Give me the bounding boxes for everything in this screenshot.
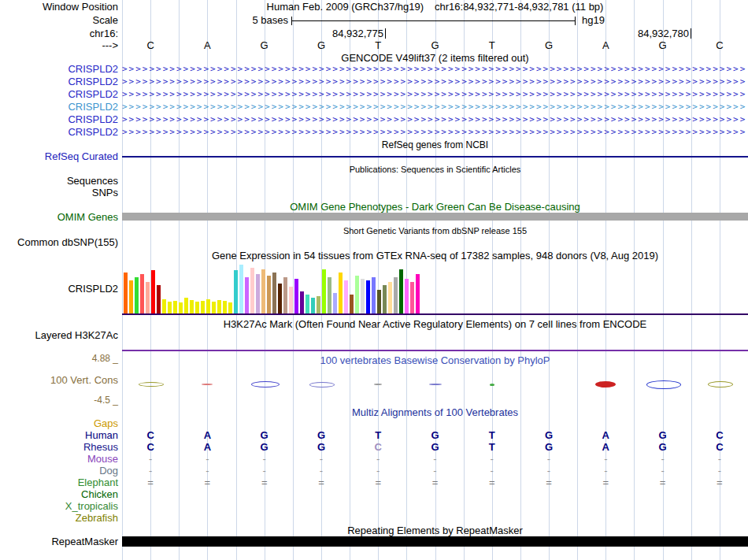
gene-label[interactable]: CRISPLD2: [0, 76, 118, 87]
gtex-expression-bar[interactable]: [410, 282, 414, 313]
gtex-expression-bar[interactable]: [366, 280, 370, 313]
gtex-expression-bar[interactable]: [355, 276, 359, 313]
gene-transcript-arrows[interactable]: >>>>>>>>>>>>>>>>>>>>>>>>>>>>>>>>>>>>>>>>…: [122, 126, 746, 139]
conservation-mark[interactable]: [202, 384, 213, 385]
gtex-expression-bar[interactable]: [179, 302, 183, 313]
gtex-expression-bar[interactable]: [328, 277, 331, 313]
dbsnp-label[interactable]: Common dbSNP(155): [0, 237, 118, 248]
gtex-expression-bar[interactable]: [129, 280, 133, 313]
gene-label[interactable]: CRISPLD2: [0, 102, 118, 113]
species-label[interactable]: Elephant: [0, 477, 118, 488]
species-label[interactable]: Human: [0, 430, 118, 441]
species-label[interactable]: X_tropicalis: [0, 501, 118, 512]
conservation-mark[interactable]: [309, 382, 335, 388]
gtex-expression-bar[interactable]: [201, 301, 205, 313]
conservation-mark[interactable]: [139, 382, 164, 387]
repeatmasker-bar[interactable]: [122, 536, 748, 547]
conservation-track-label[interactable]: 100 Vert. Cons: [0, 375, 118, 386]
omim-genes-label[interactable]: OMIM Genes: [0, 212, 118, 223]
species-label[interactable]: Mouse: [0, 454, 118, 465]
gtex-expression-bar[interactable]: [168, 302, 172, 313]
gtex-expression-bar[interactable]: [377, 290, 381, 313]
gtex-expression-bar[interactable]: [124, 273, 128, 313]
conservation-mark[interactable]: [708, 381, 733, 388]
gene-transcript-arrows[interactable]: >>>>>>>>>>>>>>>>>>>>>>>>>>>>>>>>>>>>>>>>…: [122, 76, 746, 88]
species-label[interactable]: Gaps: [0, 418, 118, 429]
sequences-label[interactable]: Sequences: [0, 176, 118, 187]
gtex-expression-bar[interactable]: [311, 298, 315, 313]
repeatmasker-label[interactable]: RepeatMasker: [0, 536, 118, 547]
gtex-expression-bar[interactable]: [217, 300, 221, 313]
species-label[interactable]: Chicken: [0, 489, 118, 500]
gene-label[interactable]: CRISPLD2: [0, 64, 118, 75]
gtex-expression-bar[interactable]: [146, 282, 150, 313]
gtex-expression-bar[interactable]: [344, 280, 348, 313]
gtex-expression-bar[interactable]: [256, 274, 260, 313]
gene-label[interactable]: CRISPLD2: [0, 89, 118, 100]
gtex-expression-bar[interactable]: [250, 268, 254, 313]
gtex-expression-bar[interactable]: [383, 285, 387, 313]
gtex-expression-bar[interactable]: [234, 270, 238, 313]
alignment-gap-dash: -: [547, 454, 550, 465]
gtex-expression-bar[interactable]: [361, 279, 365, 313]
conservation-mark[interactable]: [374, 384, 382, 385]
gtex-expression-bar[interactable]: [278, 284, 282, 313]
gtex-expression-bar[interactable]: [272, 273, 276, 313]
gene-transcript-arrows[interactable]: >>>>>>>>>>>>>>>>>>>>>>>>>>>>>>>>>>>>>>>>…: [122, 88, 746, 101]
gtex-expression-bar[interactable]: [245, 277, 249, 313]
gene-label[interactable]: CRISPLD2: [0, 114, 118, 125]
gtex-expression-bar[interactable]: [339, 273, 343, 313]
gtex-expression-bar[interactable]: [294, 279, 298, 313]
species-label[interactable]: Dog: [0, 465, 118, 477]
species-label[interactable]: Zebrafish: [0, 513, 118, 524]
gtex-expression-bar[interactable]: [190, 300, 194, 313]
gtex-expression-bar[interactable]: [162, 299, 166, 313]
gtex-expression-bar[interactable]: [195, 302, 199, 313]
gene-transcript-arrows[interactable]: >>>>>>>>>>>>>>>>>>>>>>>>>>>>>>>>>>>>>>>>…: [122, 113, 746, 126]
gtex-expression-bar[interactable]: [140, 274, 144, 313]
gtex-expression-bar[interactable]: [322, 269, 326, 313]
gtex-expression-bar[interactable]: [151, 270, 155, 313]
gtex-expression-bar[interactable]: [372, 277, 376, 313]
snps-label[interactable]: SNPs: [0, 187, 118, 198]
gtex-expression-bar[interactable]: [300, 291, 304, 313]
gtex-gene-label[interactable]: CRISPLD2: [0, 284, 118, 295]
gtex-expression-bar[interactable]: [283, 277, 287, 313]
omim-genes-bar[interactable]: [122, 213, 748, 221]
gtex-expression-bar[interactable]: [305, 295, 309, 313]
gtex-expression-bar[interactable]: [394, 277, 398, 313]
gtex-expression-bar[interactable]: [239, 265, 243, 313]
gtex-expression-bar[interactable]: [206, 299, 210, 313]
gtex-expression-bar[interactable]: [173, 301, 177, 313]
species-label[interactable]: Rhesus: [0, 442, 118, 453]
conservation-mark[interactable]: [646, 380, 681, 389]
gtex-expression-bar[interactable]: [399, 269, 403, 313]
gtex-expression-bar[interactable]: [416, 274, 420, 313]
gtex-expression-bar[interactable]: [212, 302, 216, 313]
gtex-expression-bar[interactable]: [388, 282, 392, 313]
gtex-expression-bar[interactable]: [261, 269, 265, 313]
alignment-base: A: [602, 442, 609, 453]
coordinate-tick-label: 84,932,780: [543, 28, 689, 39]
gene-transcript-arrows[interactable]: >>>>>>>>>>>>>>>>>>>>>>>>>>>>>>>>>>>>>>>>…: [122, 101, 746, 113]
gtex-expression-bar[interactable]: [333, 293, 337, 313]
h3k27ac-label[interactable]: Layered H3K27Ac: [0, 330, 118, 341]
conservation-mark[interactable]: [595, 381, 616, 388]
conservation-mark[interactable]: [490, 384, 494, 386]
gtex-expression-bar[interactable]: [135, 277, 139, 313]
gtex-expression-bar[interactable]: [405, 279, 409, 313]
gene-label[interactable]: CRISPLD2: [0, 127, 118, 138]
gtex-expression-bar[interactable]: [267, 276, 271, 313]
gene-transcript-arrows[interactable]: >>>>>>>>>>>>>>>>>>>>>>>>>>>>>>>>>>>>>>>>…: [122, 63, 746, 76]
gtex-expression-bar[interactable]: [184, 298, 188, 313]
refseq-curated-label[interactable]: RefSeq Curated: [0, 151, 118, 162]
gtex-expression-bar[interactable]: [317, 296, 320, 313]
refseq-curated-line[interactable]: [122, 156, 748, 158]
conservation-mark[interactable]: [251, 381, 280, 388]
gtex-expression-bar[interactable]: [228, 302, 232, 313]
gtex-expression-bar[interactable]: [157, 285, 161, 313]
conservation-mark[interactable]: [429, 384, 442, 385]
gtex-expression-bar[interactable]: [289, 287, 293, 313]
gtex-expression-bar[interactable]: [223, 301, 227, 313]
gtex-expression-bar[interactable]: [350, 295, 354, 313]
